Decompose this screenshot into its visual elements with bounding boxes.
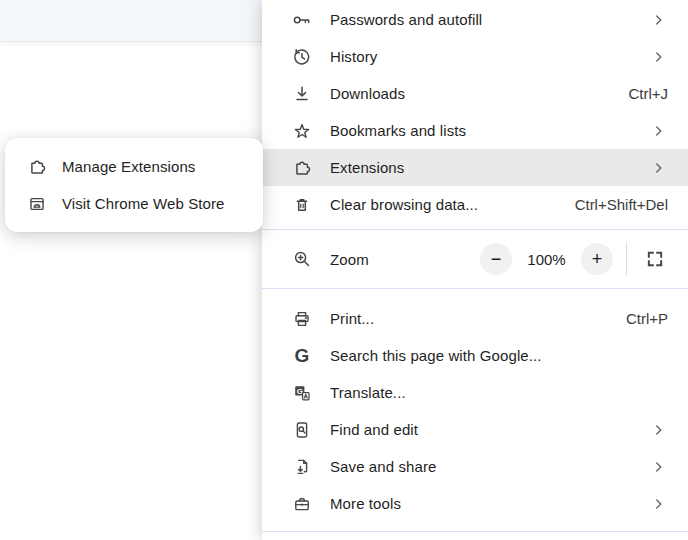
puzzle-icon	[292, 158, 312, 178]
menu-item-label: Clear browsing data...	[330, 196, 575, 213]
menu-item-bookmarks-and-lists[interactable]: Bookmarks and lists	[262, 112, 688, 149]
chevron-right-icon	[650, 48, 668, 66]
menu-divider	[262, 531, 688, 532]
chevron-right-icon	[650, 421, 668, 439]
menu-item-history[interactable]: History	[262, 38, 688, 75]
svg-text:G: G	[297, 386, 303, 395]
translate-icon: G	[292, 383, 312, 403]
menu-section-lower: Print... Ctrl+P G Search this page with …	[262, 289, 688, 522]
menu-item-clear-browsing-data[interactable]: Clear browsing data... Ctrl+Shift+Del	[262, 186, 688, 223]
submenu-item-visit-chrome-web-store[interactable]: Visit Chrome Web Store	[5, 185, 263, 222]
key-icon	[292, 10, 312, 30]
menu-item-label: Search this page with Google...	[330, 347, 668, 364]
zoom-label: Zoom	[330, 251, 480, 268]
menu-section-top: Passwords and autofill History	[262, 0, 688, 223]
menu-item-label: Translate...	[330, 384, 668, 401]
menu-item-label: Extensions	[330, 159, 650, 176]
find-in-page-icon	[292, 420, 312, 440]
menu-item-label: Find and edit	[330, 421, 650, 438]
menu-item-passwords-and-autofill[interactable]: Passwords and autofill	[262, 1, 688, 38]
menu-item-label: History	[330, 48, 650, 65]
chevron-right-icon	[650, 11, 668, 29]
menu-item-more-tools[interactable]: More tools	[262, 485, 688, 522]
zoom-level-value: 100%	[512, 251, 581, 268]
menu-item-shortcut: Ctrl+Shift+Del	[575, 196, 668, 213]
zoom-out-button[interactable]: −	[480, 243, 512, 275]
menu-item-label: Save and share	[330, 458, 650, 475]
save-page-icon	[292, 457, 312, 477]
chevron-right-icon	[650, 458, 668, 476]
zoom-row-separator	[626, 242, 627, 276]
menu-item-label: Print...	[330, 310, 626, 327]
fullscreen-button[interactable]	[642, 246, 668, 272]
menu-item-downloads[interactable]: Downloads Ctrl+J	[262, 75, 688, 112]
menu-item-find-and-edit[interactable]: Find and edit	[262, 411, 688, 448]
menu-item-extensions[interactable]: Extensions	[262, 149, 688, 186]
screen: Passwords and autofill History	[0, 0, 688, 540]
zoom-in-button[interactable]: +	[581, 243, 613, 275]
menu-item-save-and-share[interactable]: Save and share	[262, 448, 688, 485]
chevron-right-icon	[650, 159, 668, 177]
menu-item-zoom: Zoom − 100% +	[262, 230, 688, 288]
menu-item-label: Passwords and autofill	[330, 11, 650, 28]
trash-icon	[292, 195, 312, 215]
chevron-right-icon	[650, 122, 668, 140]
extensions-submenu: Manage Extensions Visit Chrome Web Store	[5, 138, 263, 232]
chrome-main-menu: Passwords and autofill History	[262, 0, 688, 540]
star-icon	[292, 121, 312, 141]
submenu-item-label: Manage Extensions	[62, 158, 247, 175]
toolbox-icon	[292, 494, 312, 514]
submenu-item-manage-extensions[interactable]: Manage Extensions	[5, 148, 263, 185]
menu-item-shortcut: Ctrl+J	[628, 85, 668, 102]
menu-item-shortcut: Ctrl+P	[626, 310, 668, 327]
history-icon	[292, 47, 312, 67]
zoom-controls: − 100% +	[480, 242, 668, 276]
submenu-item-label: Visit Chrome Web Store	[62, 195, 247, 212]
zoom-in-magnifier-icon	[292, 249, 312, 269]
google-g-icon: G	[292, 346, 312, 366]
puzzle-icon	[27, 157, 47, 177]
fullscreen-icon	[644, 248, 666, 270]
menu-item-label: Bookmarks and lists	[330, 122, 650, 139]
printer-icon	[292, 309, 312, 329]
menu-item-label: Downloads	[330, 85, 628, 102]
menu-item-label: More tools	[330, 495, 650, 512]
download-icon	[292, 84, 312, 104]
menu-item-search-this-page[interactable]: G Search this page with Google...	[262, 337, 688, 374]
web-store-icon	[27, 194, 47, 214]
chevron-right-icon	[650, 495, 668, 513]
menu-item-translate[interactable]: G Translate...	[262, 374, 688, 411]
menu-item-print[interactable]: Print... Ctrl+P	[262, 300, 688, 337]
